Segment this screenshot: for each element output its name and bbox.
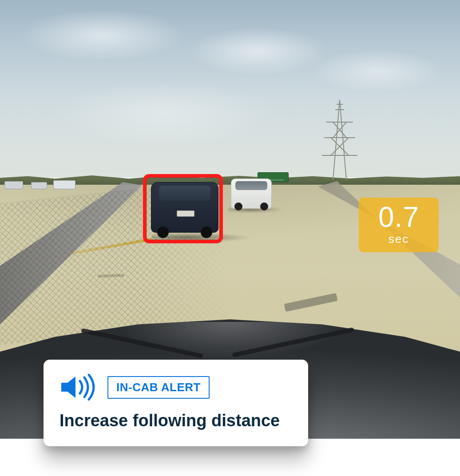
cloud [18,9,186,62]
power-tower-icon [320,100,360,180]
oncoming-traffic [4,177,89,189]
vehicle-distant [4,181,23,189]
alert-badge: IN-CAB ALERT [107,376,210,399]
cloud [186,27,329,75]
following-time-unit: sec [363,232,434,246]
in-cab-alert-card: IN-CAB ALERT Increase following distance [44,360,308,446]
alert-header: IN-CAB ALERT [59,374,293,401]
alert-message: Increase following distance [59,411,293,430]
vehicle-distant [31,182,47,189]
detection-bounding-box [143,174,223,243]
vehicle-distant [53,180,75,189]
vehicle-ahead-right [231,178,272,209]
following-time-value: 0.7 [363,203,434,231]
cloud [53,80,275,147]
sky [0,0,460,178]
dashcam-stage: 0.7 sec IN-CAB ALERT Increase following … [0,0,460,476]
following-time-badge: 0.7 sec [359,198,439,252]
speaker-icon [59,374,97,401]
cloud [311,49,444,93]
